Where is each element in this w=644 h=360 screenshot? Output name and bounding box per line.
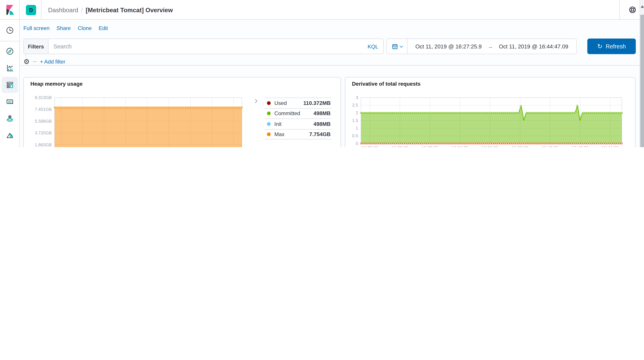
date-picker: Oct 11, 2019 @ 16:27:25.9 → Oct 11, 2019… — [386, 38, 577, 54]
date-to[interactable]: Oct 11, 2019 @ 16:44:47.09 — [499, 43, 568, 49]
refresh-icon: ↻ — [597, 43, 602, 50]
series-dot-max — [267, 132, 271, 136]
help-icon — [628, 6, 636, 14]
date-from[interactable]: Oct 11, 2019 @ 16:27:25.9 — [415, 43, 482, 49]
kibana-logo[interactable] — [0, 0, 20, 20]
svg-text:2: 2 — [356, 110, 358, 115]
sidebar-item-machine-learning[interactable] — [2, 127, 18, 144]
topbar-divider — [41, 0, 42, 20]
edit-button[interactable]: Edit — [99, 25, 108, 31]
svg-text:0.5: 0.5 — [352, 133, 358, 138]
breadcrumb-separator: / — [81, 6, 83, 13]
top-bar: D Dashboard / [Metricbeat Tomcat] Overvi… — [0, 0, 644, 20]
legend-item-max[interactable]: Max 7.754GB — [264, 129, 332, 139]
svg-text:2.5: 2.5 — [352, 103, 358, 107]
svg-text:16:36:00: 16:36:00 — [482, 146, 498, 147]
series-dot-committed — [267, 112, 271, 115]
svg-text:5.588GB: 5.588GB — [35, 119, 52, 124]
breadcrumb: Dashboard / [Metricbeat Tomcat] Overview — [48, 0, 173, 20]
machine-learning-icon — [6, 131, 14, 140]
svg-text:16:38:00: 16:38:00 — [512, 146, 528, 147]
chevron-down-icon — [400, 44, 403, 47]
date-range-arrow-icon: → — [487, 43, 493, 50]
compass-icon — [6, 47, 14, 55]
legend-value: 110.372MB — [303, 100, 331, 106]
topbar-divider-right — [619, 0, 620, 20]
legend-label: Used — [274, 100, 287, 106]
sidebar-item-canvas[interactable] — [2, 94, 18, 110]
dashboard-content: Full screen Share Clone Edit Filters Sea… — [20, 20, 640, 147]
query-bar: Filters Search KQL Oct 11, 2019 @ 16:27:… — [23, 38, 636, 54]
svg-text:3.725GB: 3.725GB — [35, 131, 52, 135]
dashboard-icon — [6, 81, 14, 89]
sidebar-item-recently-viewed[interactable] — [2, 22, 18, 38]
filter-options-row: ⚙ + Add filter — [23, 57, 65, 66]
vertical-scrollbar — [640, 0, 644, 147]
search-placeholder: Search — [54, 43, 368, 50]
content-divider — [20, 65, 640, 65]
help-button[interactable] — [628, 6, 636, 14]
legend-value: 7.754GB — [309, 131, 330, 137]
refresh-button[interactable]: ↻ Refresh — [587, 38, 636, 54]
sidebar-item-discover[interactable] — [2, 43, 18, 59]
legend-item-init[interactable]: Init 498MB — [264, 119, 332, 129]
bar-chart-icon — [6, 64, 14, 72]
share-button[interactable]: Share — [56, 25, 71, 31]
legend-label: Max — [274, 131, 284, 137]
panel-total-requests: Derivative of total requests 00.511.522.… — [345, 77, 636, 147]
canvas-icon — [6, 98, 14, 106]
svg-text:7.451GB: 7.451GB — [35, 107, 52, 112]
svg-text:16:34:00: 16:34:00 — [452, 146, 468, 147]
add-filter-button[interactable]: + Add filter — [40, 58, 65, 65]
legend-value: 498MB — [314, 121, 331, 127]
legend-item-used[interactable]: Used 110.372MB — [264, 98, 332, 108]
date-picker-calendar-button[interactable] — [387, 39, 408, 54]
scrollbar-up-arrow[interactable] — [641, 5, 644, 8]
svg-text:1.5: 1.5 — [352, 118, 358, 123]
page-title: [Metricbeat Tomcat] Overview — [86, 6, 173, 13]
filters-button[interactable]: Filters — [23, 38, 48, 54]
scrollbar-thumb[interactable] — [640, 15, 644, 147]
svg-text:16:40:00: 16:40:00 — [542, 146, 558, 147]
sidebar-item-visualize[interactable] — [2, 60, 18, 76]
kibana-app: D Dashboard / [Metricbeat Tomcat] Overvi… — [0, 0, 644, 147]
heap-legend: Used 110.372MB Committed 498MB Init 498M… — [264, 98, 332, 140]
filter-options-gear-icon[interactable]: ⚙ — [23, 58, 30, 65]
clock-icon — [6, 26, 14, 34]
series-dot-used — [267, 101, 271, 105]
date-range: Oct 11, 2019 @ 16:27:25.9 → Oct 11, 2019… — [408, 43, 576, 50]
refresh-label: Refresh — [606, 43, 626, 50]
svg-text:16:30:00: 16:30:00 — [392, 146, 408, 147]
kql-toggle[interactable]: KQL — [368, 43, 378, 49]
svg-text:16:28:00: 16:28:00 — [362, 146, 378, 147]
legend-label: Init — [274, 121, 281, 127]
dashboard-menu: Full screen Share Clone Edit — [23, 25, 108, 31]
svg-text:16:44:00: 16:44:00 — [602, 146, 618, 147]
legend-label: Committed — [274, 110, 300, 117]
svg-text:3: 3 — [356, 95, 358, 100]
legend-item-committed[interactable]: Committed 498MB — [264, 108, 332, 119]
kibana-logo-icon — [4, 4, 15, 15]
map-pin-icon — [6, 115, 14, 123]
search-input[interactable]: Search KQL — [48, 38, 384, 54]
sidebar-divider — [0, 41, 19, 41]
space-badge[interactable]: D — [26, 5, 36, 15]
clone-button[interactable]: Clone — [78, 25, 92, 31]
sidebar-item-dashboard[interactable] — [2, 77, 18, 93]
legend-value: 498MB — [314, 110, 331, 117]
svg-text:1.863GB: 1.863GB — [35, 143, 52, 147]
svg-text:1: 1 — [356, 126, 358, 130]
full-screen-button[interactable]: Full screen — [23, 25, 50, 31]
breadcrumb-root[interactable]: Dashboard — [48, 6, 78, 13]
total-requests-chart: 00.511.522.5316:28:0016:30:0016:32:0016:… — [345, 77, 636, 147]
svg-text:16:42:00: 16:42:00 — [572, 146, 588, 147]
sidebar-item-maps[interactable] — [2, 110, 18, 127]
svg-text:16:32:00: 16:32:00 — [422, 146, 438, 147]
series-dot-init — [267, 122, 271, 126]
sidebar-item-graph[interactable] — [2, 144, 18, 147]
sidebar — [0, 20, 20, 147]
svg-text:0: 0 — [356, 141, 358, 146]
panel-heap-memory: Heap memory usage 0B1.863GB3.725GB5.588G… — [23, 77, 341, 147]
svg-text:9.313GB: 9.313GB — [35, 95, 52, 100]
calendar-icon — [392, 43, 398, 49]
